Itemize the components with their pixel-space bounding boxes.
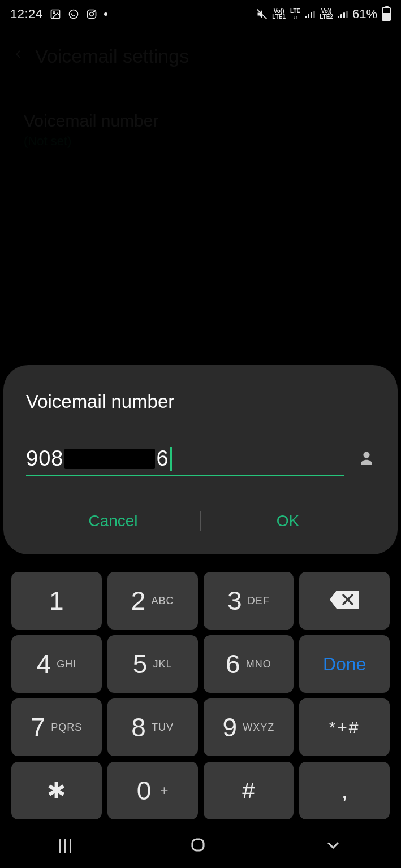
key-5-letters: JKL bbox=[153, 658, 172, 670]
whatsapp-icon bbox=[68, 8, 79, 20]
key-6-digit: 6 bbox=[226, 649, 240, 679]
key-symbols-label: *+# bbox=[329, 718, 360, 737]
key-8-letters: TUV bbox=[152, 722, 174, 734]
status-time: 12:24 bbox=[10, 7, 43, 21]
key-7-letters: PQRS bbox=[51, 722, 82, 734]
svg-rect-8 bbox=[192, 839, 204, 850]
battery-percent: 61% bbox=[352, 7, 377, 21]
key-2-letters: ABC bbox=[151, 595, 174, 607]
key-0-sub: + bbox=[160, 783, 168, 798]
key-0[interactable]: 0+ bbox=[107, 762, 198, 819]
input-underline bbox=[26, 475, 344, 476]
lte2-label: LTE2 bbox=[320, 14, 333, 20]
key-4-digit: 4 bbox=[37, 649, 51, 679]
ok-button[interactable]: OK bbox=[201, 512, 375, 530]
nav-home-button[interactable] bbox=[189, 836, 206, 856]
key-3-letters: DEF bbox=[248, 595, 270, 607]
key-hash-label: # bbox=[242, 778, 255, 804]
key-4[interactable]: 4GHI bbox=[11, 635, 102, 693]
cancel-button[interactable]: Cancel bbox=[26, 512, 200, 530]
key-5-digit: 5 bbox=[133, 649, 148, 679]
key-hash[interactable]: # bbox=[204, 762, 294, 819]
svg-point-7 bbox=[363, 452, 369, 458]
key-3-digit: 3 bbox=[227, 585, 242, 616]
key-symbols[interactable]: *+# bbox=[299, 698, 390, 756]
status-more-dot bbox=[104, 12, 107, 16]
key-7-digit: 7 bbox=[31, 712, 46, 743]
nav-recents-button[interactable] bbox=[59, 839, 71, 853]
number-suffix: 6 bbox=[156, 446, 169, 471]
key-0-digit: 0 bbox=[137, 775, 152, 806]
key-done-label: Done bbox=[323, 654, 366, 675]
nav-back-button[interactable] bbox=[325, 836, 342, 856]
key-comma[interactable]: , bbox=[299, 762, 390, 819]
svg-point-4 bbox=[89, 12, 93, 16]
key-4-letters: GHI bbox=[57, 658, 76, 670]
key-5[interactable]: 5JKL bbox=[107, 635, 198, 693]
gallery-icon bbox=[50, 8, 61, 20]
key-star-label: ✱ bbox=[47, 778, 66, 804]
sim2-indicator: Vo)) LTE2 bbox=[320, 8, 333, 20]
contact-picker-icon[interactable] bbox=[358, 449, 375, 476]
key-8[interactable]: 8TUV bbox=[107, 698, 198, 756]
key-9-digit: 9 bbox=[223, 712, 238, 743]
lte-label: LTE bbox=[290, 8, 300, 14]
key-1[interactable]: 1 bbox=[11, 572, 102, 630]
key-9-letters: WXYZ bbox=[243, 722, 274, 734]
key-1-digit: 1 bbox=[49, 585, 64, 616]
svg-point-2 bbox=[69, 10, 77, 19]
key-star[interactable]: ✱ bbox=[11, 762, 102, 819]
key-6[interactable]: 6MNO bbox=[204, 635, 294, 693]
voicemail-number-dialog: Voicemail number 908 6 Cancel OK bbox=[3, 365, 398, 554]
key-3[interactable]: 3DEF bbox=[204, 572, 294, 630]
number-prefix: 908 bbox=[26, 446, 63, 471]
backspace-icon bbox=[329, 589, 360, 612]
key-7[interactable]: 7PQRS bbox=[11, 698, 102, 756]
system-nav-bar bbox=[0, 824, 401, 868]
voicemail-number-input[interactable]: 908 6 bbox=[26, 446, 344, 476]
number-redacted bbox=[64, 449, 155, 469]
status-bar: 12:24 Vo)) LTE1 LTE ↓↑ Vo)) LTE2 61% bbox=[0, 0, 401, 28]
key-2[interactable]: 2ABC bbox=[107, 572, 198, 630]
lte1-label: LTE1 bbox=[272, 14, 286, 20]
numeric-keypad: 1 2ABC 3DEF 4GHI 5JKL 6MNO Done 7PQRS 8T… bbox=[0, 563, 401, 824]
key-8-digit: 8 bbox=[131, 712, 146, 743]
mute-icon bbox=[256, 8, 268, 20]
key-2-digit: 2 bbox=[131, 585, 146, 616]
sim1-indicator: Vo)) LTE1 bbox=[272, 8, 286, 20]
svg-point-5 bbox=[93, 11, 94, 12]
key-backspace[interactable] bbox=[299, 572, 390, 630]
key-comma-label: , bbox=[342, 778, 348, 804]
svg-point-1 bbox=[53, 12, 54, 14]
instagram-icon bbox=[86, 8, 97, 20]
text-caret bbox=[170, 447, 172, 471]
lte-indicator: LTE ↓↑ bbox=[290, 8, 300, 20]
key-9[interactable]: 9WXYZ bbox=[204, 698, 294, 756]
signal-bars-1 bbox=[305, 10, 315, 18]
dialog-title: Voicemail number bbox=[26, 391, 375, 413]
key-done[interactable]: Done bbox=[299, 635, 390, 693]
battery-icon bbox=[382, 7, 391, 21]
key-6-letters: MNO bbox=[246, 658, 271, 670]
signal-bars-2 bbox=[338, 10, 348, 18]
